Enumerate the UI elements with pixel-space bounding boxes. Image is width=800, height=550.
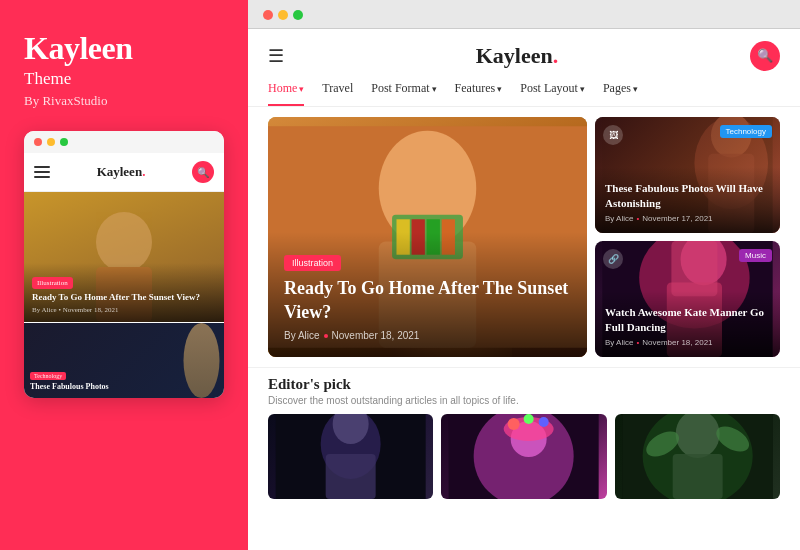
site-content: Illustration Ready To Go Home After The … [248, 107, 800, 550]
meta-dot [324, 334, 328, 338]
mini-browser-bar [24, 131, 224, 153]
editors-pick-subtitle: Discover the most outstanding articles i… [268, 395, 780, 406]
mini-hero-title: Ready To Go Home After The Sunset View? [32, 292, 216, 304]
browser-chrome [248, 0, 800, 29]
mini-search-icon: 🔍 [192, 161, 214, 183]
mini-logo: Kayleen. [97, 164, 146, 180]
svg-rect-34 [672, 454, 722, 499]
card-music[interactable]: Music 🔗 Watch Awesome Kate Manner Go Ful… [595, 241, 780, 357]
browser-dot-red [263, 10, 273, 20]
hero-meta: By Alice November 18, 2021 [284, 330, 571, 341]
svg-point-28 [539, 417, 549, 427]
editor-card-3[interactable] [615, 414, 780, 499]
mini-dot-red [34, 138, 42, 146]
nav-pages[interactable]: Pages▾ [603, 81, 638, 106]
nav-features[interactable]: Features▾ [455, 81, 503, 106]
site-nav: Home▾ Travel Post Format▾ Features▾ Post… [268, 81, 780, 106]
browser-dots [263, 10, 785, 20]
svg-rect-18 [671, 241, 717, 296]
brand-title: Kayleen [24, 30, 224, 67]
search-button[interactable]: 🔍 [750, 41, 780, 71]
mini-browser-mockup: Kayleen. 🔍 Illustration Ready To Go Home… [24, 131, 224, 398]
svg-point-29 [524, 414, 534, 424]
image-icon: 🖼 [603, 125, 623, 145]
site-top-bar: ☰ Kayleen. 🔍 [268, 41, 780, 71]
mini-second-title: These Fabulous Photos [30, 382, 218, 392]
editors-pick-section: Editor's pick Discover the most outstand… [248, 367, 800, 507]
editor-card-2-svg [441, 414, 606, 499]
card-tech-badge: Technology [720, 125, 772, 138]
browser-dot-yellow [278, 10, 288, 20]
nav-post-layout[interactable]: Post Layout▾ [520, 81, 585, 106]
mini-header: Kayleen. 🔍 [24, 153, 224, 192]
hero-title: Ready To Go Home After The Sunset View? [284, 277, 571, 324]
card-bottom-title: Watch Awesome Kate Manner Go Full Dancin… [605, 305, 770, 334]
card-bottom-meta: By Alice • November 18, 2021 [605, 338, 770, 347]
mini-second-badge: Technology [30, 372, 66, 380]
card-image-icon: 🖼 [603, 125, 623, 145]
card-top-title: These Fabulous Photos Will Have Astonish… [605, 181, 770, 210]
mini-second-overlay: Technology These Fabulous Photos [24, 358, 224, 398]
left-panel: Kayleen Theme By RivaxStudio Kayleen. 🔍 … [0, 0, 248, 550]
card-music-badge: Music [739, 249, 772, 262]
nav-home[interactable]: Home▾ [268, 81, 304, 106]
mini-hero-badge: Illustration [32, 277, 73, 289]
brand-subtitle: Theme [24, 69, 224, 89]
mini-hamburger-icon [34, 166, 50, 178]
card-link-icon: 🔗 [603, 249, 623, 269]
mini-hero-card: Illustration Ready To Go Home After The … [24, 192, 224, 322]
svg-point-27 [508, 418, 520, 430]
mini-hero-overlay: Illustration Ready To Go Home After The … [24, 263, 224, 322]
right-panel: ☰ Kayleen. 🔍 Home▾ Travel Post Format▾ F… [248, 0, 800, 550]
site-header: ☰ Kayleen. 🔍 Home▾ Travel Post Format▾ F… [248, 29, 800, 107]
site-logo: Kayleen. [476, 43, 559, 69]
mini-second-card: Technology These Fabulous Photos [24, 323, 224, 398]
editors-pick-title: Editor's pick [268, 376, 780, 393]
content-grid: Illustration Ready To Go Home After The … [248, 107, 800, 367]
mini-dot-yellow [47, 138, 55, 146]
editor-card-3-svg [615, 414, 780, 499]
hero-author: By Alice [284, 330, 320, 341]
card-technology[interactable]: Technology 🖼 These Fabulous Photos Will … [595, 117, 780, 233]
hero-badge: Illustration [284, 255, 341, 271]
card-overlay-bottom: Watch Awesome Kate Manner Go Full Dancin… [595, 291, 780, 357]
editor-card-2[interactable] [441, 414, 606, 499]
browser-dot-green [293, 10, 303, 20]
card-top-author: By Alice [605, 214, 633, 223]
mini-hero-meta: By Alice • November 18, 2021 [32, 306, 216, 314]
card-bottom-date: November 18, 2021 [642, 338, 712, 347]
mini-dot-green [60, 138, 68, 146]
editor-card-1[interactable] [268, 414, 433, 499]
hero-date: November 18, 2021 [332, 330, 420, 341]
hero-article[interactable]: Illustration Ready To Go Home After The … [268, 117, 587, 357]
editor-card-1-svg [268, 414, 433, 499]
svg-rect-22 [326, 454, 376, 499]
brand-by: By RivaxStudio [24, 93, 224, 109]
card-top-date: November 17, 2021 [642, 214, 712, 223]
nav-travel[interactable]: Travel [322, 81, 353, 106]
card-top-meta: By Alice • November 17, 2021 [605, 214, 770, 223]
link-icon: 🔗 [603, 249, 623, 269]
hamburger-icon[interactable]: ☰ [268, 45, 284, 67]
editors-grid [268, 414, 780, 499]
card-overlay-top: These Fabulous Photos Will Have Astonish… [595, 167, 780, 233]
website: ☰ Kayleen. 🔍 Home▾ Travel Post Format▾ F… [248, 29, 800, 550]
card-bottom-author: By Alice [605, 338, 633, 347]
hero-overlay: Illustration Ready To Go Home After The … [268, 232, 587, 357]
nav-post-format[interactable]: Post Format▾ [371, 81, 436, 106]
right-cards: Technology 🖼 These Fabulous Photos Will … [595, 117, 780, 357]
